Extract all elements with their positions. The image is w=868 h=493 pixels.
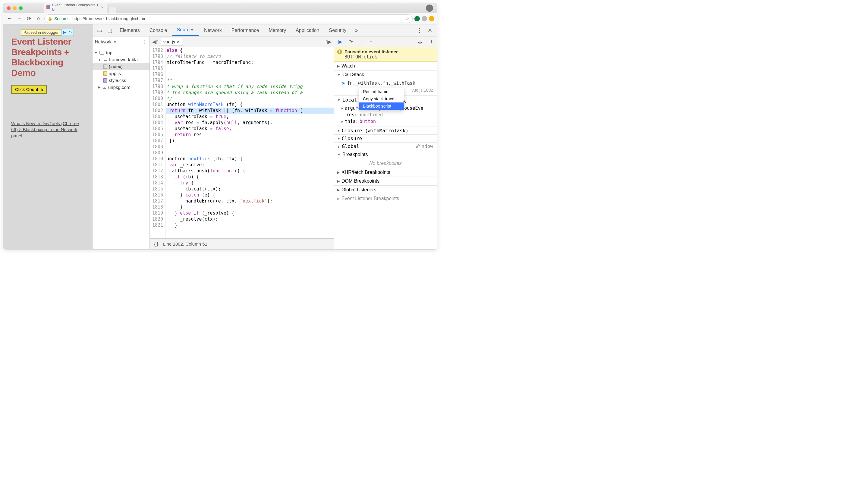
- deactivate-breakpoints-icon[interactable]: ⛒: [416, 38, 425, 46]
- editor-tab-label: vue.js: [164, 39, 175, 44]
- context-menu-blackbox-script[interactable]: Blackbox script: [359, 103, 404, 110]
- content-area: Paused in debugger ▶ ↷ Event Listener Br…: [3, 24, 437, 249]
- devtools-tab-network[interactable]: Network: [200, 25, 226, 36]
- home-button[interactable]: ⌂: [35, 15, 43, 23]
- close-window-icon[interactable]: [7, 6, 10, 10]
- event-listener-breakpoints-header[interactable]: ▶Event Listener Breakpoints: [334, 194, 437, 203]
- step-out-icon[interactable]: ↑: [367, 38, 375, 46]
- inspect-element-icon[interactable]: ▭: [95, 26, 104, 35]
- step-over-icon[interactable]: ↷: [346, 38, 355, 46]
- close-devtools-icon[interactable]: ✕: [425, 26, 434, 35]
- navigator-more-icon[interactable]: »: [114, 39, 116, 44]
- paused-banner: iPaused on event listener BUTTON.click: [334, 47, 437, 62]
- debugger-paused-label: Paused in debugger: [21, 29, 61, 36]
- devtools-tabbar: ▭ ▢ ElementsConsoleSourcesNetworkPerform…: [92, 24, 437, 37]
- window-titlebar: Event Listener Breakpoints + B ×: [3, 3, 437, 13]
- overlay-resume-icon[interactable]: ▶: [62, 29, 67, 36]
- cursor-icon: ↖: [403, 99, 407, 104]
- browser-tab[interactable]: Event Listener Breakpoints + B ×: [44, 3, 107, 13]
- tree-domain[interactable]: ▼☁framework-bla: [92, 56, 150, 63]
- scope-closure2[interactable]: ▶Closure: [334, 135, 437, 142]
- devtools-tab-sources[interactable]: Sources: [172, 25, 199, 36]
- devtools-tab-elements[interactable]: Elements: [115, 25, 144, 36]
- global-listeners-header[interactable]: ▶Global Listeners: [334, 186, 437, 194]
- xhr-breakpoints-header[interactable]: ▶XHR/fetch Breakpoints: [334, 168, 437, 177]
- scope-global[interactable]: ▶ GlobalWindow: [334, 143, 437, 150]
- frame-location[interactable]: vue.js:1802: [411, 88, 433, 92]
- devtools-tab-performance[interactable]: Performance: [227, 25, 263, 36]
- context-menu: Restart frame Copy stack trace Blackbox …: [359, 88, 404, 110]
- back-button[interactable]: ←: [6, 15, 14, 23]
- file-icon: [103, 64, 107, 69]
- tree-file-index[interactable]: (index): [92, 63, 150, 70]
- navigator-pane: Network » ⋮ ▼top ▼☁framework-bla (index)…: [92, 37, 150, 249]
- cursor-position: Line 1802, Column 51: [163, 241, 208, 246]
- call-stack-frame[interactable]: ➤fn._withTask.fn._withTask: [334, 80, 437, 87]
- callstack-section-header[interactable]: ▼Call Stack: [334, 70, 437, 79]
- extension-gray-icon[interactable]: [421, 16, 427, 21]
- breakpoints-section-header[interactable]: ▼Breakpoints: [334, 150, 437, 159]
- kebab-menu-icon[interactable]: ⋮: [415, 26, 424, 35]
- cloud-icon: ☁: [103, 57, 107, 62]
- tree-file-appjs[interactable]: app.js: [92, 70, 150, 77]
- device-toggle-icon[interactable]: ▢: [105, 26, 114, 35]
- tree-domain-unpkg[interactable]: ▶☁unpkg.com: [92, 84, 150, 91]
- step-into-icon[interactable]: ↓: [356, 38, 365, 46]
- paused-reason: Paused on event listener: [345, 49, 398, 54]
- devtools-tab-application[interactable]: Application: [291, 25, 323, 36]
- editor-tab[interactable]: vue.js ×: [161, 38, 182, 45]
- tree-top[interactable]: ▼top: [92, 49, 150, 56]
- lock-icon: 🔒: [48, 16, 52, 21]
- profile-avatar-icon[interactable]: [426, 4, 433, 12]
- tree-file-stylecss[interactable]: style.css: [92, 77, 150, 84]
- extension-green-icon[interactable]: [414, 16, 420, 21]
- browser-tabs: Event Listener Breakpoints + B ×: [44, 3, 116, 13]
- minimize-window-icon[interactable]: [13, 6, 17, 10]
- tab-title: Event Listener Breakpoints + B: [52, 3, 100, 12]
- scope-var-this[interactable]: ▶this: button: [334, 118, 437, 125]
- js-file-icon: [103, 71, 107, 76]
- debugger-pane: ▶ ↷ ↓ ↑ ⛒ ⏸ iPaused on event listener BU…: [334, 37, 437, 249]
- context-menu-restart-frame[interactable]: Restart frame: [359, 88, 404, 95]
- debugger-paused-overlay: Paused in debugger ▶ ↷: [21, 29, 74, 36]
- context-menu-copy-stack[interactable]: Copy stack trace: [359, 95, 404, 103]
- debugger-toolbar: ▶ ↷ ↓ ↑ ⛒ ⏸: [334, 37, 437, 47]
- code-editor[interactable]: 1792179317941795179617971798179918001801…: [150, 47, 334, 238]
- devtools-tab-memory[interactable]: Memory: [264, 25, 290, 36]
- page-link[interactable]: What's New In DevTools (Chrome 66) > Bla…: [11, 121, 84, 139]
- devtools-tab-security[interactable]: Security: [325, 25, 350, 36]
- navigator-tab-label[interactable]: Network: [95, 39, 111, 44]
- pretty-print-icon[interactable]: {}: [153, 241, 159, 247]
- reload-button[interactable]: ⟳: [25, 15, 33, 23]
- css-file-icon: [103, 78, 107, 83]
- cloud-icon: ☁: [102, 85, 106, 90]
- overlay-step-icon[interactable]: ↷: [67, 29, 73, 36]
- code-content: else {// fallback to macromicroTimerFunc…: [166, 47, 334, 238]
- watch-section-header[interactable]: ▶Watch: [334, 62, 437, 70]
- devtools-tab-console[interactable]: Console: [145, 25, 172, 36]
- editor-tabbar: ◀▯ vue.js × ▯▶: [150, 37, 334, 47]
- bookmark-star-icon[interactable]: ☆: [405, 16, 409, 21]
- current-frame-icon: ➤: [342, 81, 345, 86]
- forward-button[interactable]: →: [15, 15, 23, 23]
- editor-pane: ◀▯ vue.js × ▯▶ 1792179317941795179617971…: [150, 37, 334, 249]
- scope-closure1[interactable]: ▶Closure (withMacroTask): [334, 127, 437, 134]
- new-tab-button[interactable]: [108, 7, 116, 13]
- address-bar[interactable]: 🔒 Secure | https://framework-blackboxing…: [44, 15, 413, 23]
- close-editor-tab-icon[interactable]: ×: [177, 39, 180, 44]
- paused-detail: BUTTON.click: [345, 54, 434, 60]
- maximize-window-icon[interactable]: [19, 6, 23, 10]
- extension-orange-icon[interactable]: [429, 16, 434, 21]
- folder-icon: [100, 51, 104, 55]
- show-navigator-icon[interactable]: ◀▯: [152, 38, 159, 45]
- dom-breakpoints-header[interactable]: ▶DOM Breakpoints: [334, 177, 437, 185]
- pause-exceptions-icon[interactable]: ⏸: [427, 38, 435, 46]
- navigator-menu-icon[interactable]: ⋮: [143, 39, 147, 45]
- resume-button-icon[interactable]: ▶: [336, 38, 345, 46]
- more-tabs-icon[interactable]: »: [352, 26, 361, 35]
- show-debugger-icon[interactable]: ▯▶: [325, 38, 332, 45]
- scope-var-res[interactable]: res: undefined: [334, 111, 437, 118]
- click-count-button[interactable]: Click Count: 5: [11, 85, 47, 94]
- close-tab-icon[interactable]: ×: [101, 5, 104, 9]
- no-breakpoints-label: No breakpoints: [334, 159, 437, 168]
